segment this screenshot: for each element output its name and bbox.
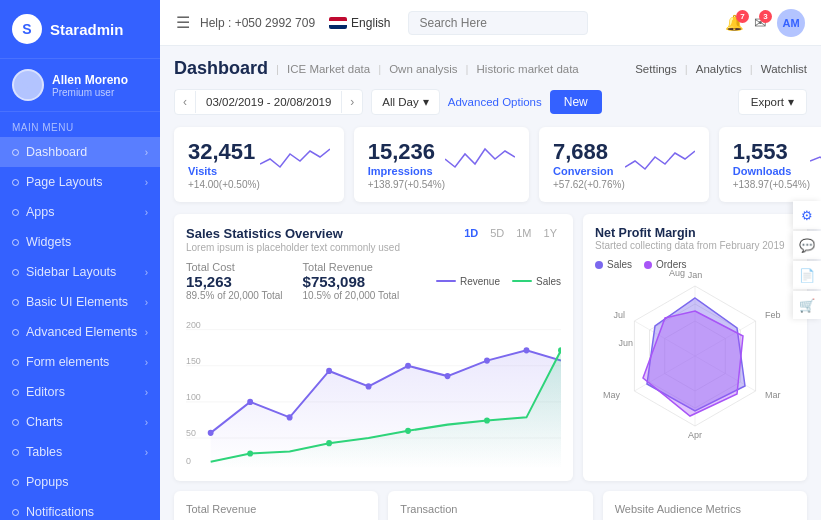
- dot-icon: [12, 179, 19, 186]
- messages-button[interactable]: ✉ 3: [754, 14, 767, 32]
- svg-text:Aug: Aug: [669, 268, 685, 278]
- period-1m[interactable]: 1M: [512, 226, 535, 240]
- avatar: [12, 69, 44, 101]
- period-1y[interactable]: 1Y: [540, 226, 561, 240]
- mini-chart-downloads: [810, 139, 821, 174]
- action-settings[interactable]: Settings: [635, 63, 677, 75]
- language-label: English: [351, 16, 390, 30]
- time-filter-dropdown[interactable]: All Day ▾: [371, 89, 439, 115]
- total-cost-label: Total Cost: [186, 261, 283, 273]
- chart-stats: Total Cost 15,263 89.5% of 20,000 Total …: [186, 261, 561, 301]
- sidebar-item-sidebar-layouts[interactable]: Sidebar Layouts ›: [0, 257, 160, 287]
- chat-side-button[interactable]: 💬: [793, 231, 821, 259]
- sidebar-item-notifications[interactable]: Notifications: [0, 497, 160, 520]
- sidebar-item-widgets[interactable]: Widgets: [0, 227, 160, 257]
- total-cost-pct: 89.5% of 20,000 Total: [186, 290, 283, 301]
- sales-dot: [512, 280, 532, 282]
- sidebar-item-apps[interactable]: Apps ›: [0, 197, 160, 227]
- new-button[interactable]: New: [550, 90, 602, 114]
- svg-text:May: May: [603, 390, 621, 400]
- svg-point-25: [484, 417, 490, 423]
- bc-label: Website Audience Metrics: [615, 503, 795, 515]
- filter-bar: ‹ 03/02/2019 - 20/08/2019 › All Day ▾ Ad…: [174, 89, 807, 115]
- sidebar-item-page-layouts[interactable]: Page Layouts ›: [0, 167, 160, 197]
- hamburger-icon[interactable]: ☰: [176, 13, 190, 32]
- dot-icon: [12, 359, 19, 366]
- sidebar-item-editors[interactable]: Editors ›: [0, 377, 160, 407]
- settings-side-button[interactable]: ⚙: [793, 201, 821, 229]
- line-chart: 200 150 100 50 0: [186, 309, 561, 469]
- action-watchlist[interactable]: Watchlist: [761, 63, 807, 75]
- chart-subtitle: Lorem ipsum is placeholder text commonly…: [186, 242, 400, 253]
- total-revenue-stat: Total Revenue $753,098 10.5% of 20,000 T…: [303, 261, 400, 301]
- period-5d[interactable]: 5D: [486, 226, 508, 240]
- svg-point-17: [405, 363, 411, 369]
- period-1d[interactable]: 1D: [460, 226, 482, 240]
- page-actions: Settings | Analytics | Watchlist: [635, 63, 807, 75]
- audience-metrics-card: Website Audience Metrics: [603, 491, 807, 520]
- total-cost-value: 15,263: [186, 273, 283, 290]
- stat-value: 1,553: [733, 139, 810, 165]
- mini-chart-impressions: [445, 139, 515, 174]
- chart-title: Sales Statistics Overview: [186, 226, 400, 241]
- svg-point-14: [287, 414, 293, 420]
- svg-point-24: [405, 428, 411, 434]
- radar-chart: Jan Feb Mar Apr May Jun Jul Aug: [595, 276, 795, 436]
- dot-icon: [12, 419, 19, 426]
- stat-label: Downloads: [733, 165, 810, 177]
- sidebar-item-form-elements[interactable]: Form elements ›: [0, 347, 160, 377]
- stat-change: +14.00(+0.50%): [188, 179, 260, 190]
- svg-point-20: [524, 347, 530, 353]
- transaction-card: Transaction -2.87%: [388, 491, 592, 520]
- svg-text:Mar: Mar: [765, 390, 781, 400]
- sidebar-menu: Dashboard › Page Layouts › Apps › Widget…: [0, 137, 160, 520]
- app-name: Staradmin: [50, 21, 123, 38]
- date-prev-button[interactable]: ‹: [175, 90, 195, 114]
- user-avatar-button[interactable]: AM: [777, 9, 805, 37]
- sidebar-item-charts[interactable]: Charts ›: [0, 407, 160, 437]
- sidebar-user: Allen Moreno Premium user: [0, 59, 160, 112]
- stat-change: +57.62(+0.76%): [553, 179, 625, 190]
- notifications-button[interactable]: 🔔 7: [725, 14, 744, 32]
- language-selector[interactable]: English: [329, 16, 390, 30]
- logo-icon: S: [12, 14, 42, 44]
- date-next-button[interactable]: ›: [342, 90, 362, 114]
- sidebar-item-popups[interactable]: Popups: [0, 467, 160, 497]
- dot-icon: [12, 299, 19, 306]
- bc-label: Total Revenue: [186, 503, 366, 515]
- action-analytics[interactable]: Analytics: [696, 63, 742, 75]
- nav-ice-market[interactable]: ICE Market data: [287, 63, 370, 75]
- cart-side-button[interactable]: 🛒: [793, 291, 821, 319]
- svg-text:100: 100: [186, 392, 201, 402]
- svg-point-23: [326, 440, 332, 446]
- export-button[interactable]: Export ▾: [738, 89, 807, 115]
- nav-historic[interactable]: Historic market data: [477, 63, 579, 75]
- doc-side-button[interactable]: 📄: [793, 261, 821, 289]
- svg-text:Jan: Jan: [688, 270, 703, 280]
- nav-own-analysis[interactable]: Own analysis: [389, 63, 457, 75]
- revenue-dot: [436, 280, 456, 282]
- chevron-down-icon: ▾: [788, 95, 794, 109]
- sidebar-item-tables[interactable]: Tables ›: [0, 437, 160, 467]
- topbar-right: 🔔 7 ✉ 3 AM: [725, 9, 805, 37]
- total-revenue-pct: 10.5% of 20,000 Total: [303, 290, 400, 301]
- svg-text:Apr: Apr: [688, 430, 702, 440]
- dot-icon: [12, 269, 19, 276]
- sales-chart-card: Sales Statistics Overview Lorem ipsum is…: [174, 214, 573, 481]
- net-profit-card: Net Profit Margin Started collecting dat…: [583, 214, 807, 481]
- topbar: ☰ Help : +050 2992 709 English 🔔 7 ✉ 3 A…: [160, 0, 821, 46]
- export-label: Export: [751, 96, 784, 108]
- sidebar-item-advanced-elements[interactable]: Advanced Elements ›: [0, 317, 160, 347]
- sidebar-item-dashboard[interactable]: Dashboard ›: [0, 137, 160, 167]
- svg-point-16: [366, 383, 372, 389]
- search-input[interactable]: [408, 11, 588, 35]
- svg-text:Feb: Feb: [765, 310, 781, 320]
- svg-text:Jun: Jun: [618, 338, 633, 348]
- dot-icon: [12, 479, 19, 486]
- advanced-options-link[interactable]: Advanced Options: [448, 96, 542, 108]
- notifications-badge: 7: [736, 10, 749, 23]
- legend-revenue: Revenue: [436, 276, 500, 287]
- bc-label: Transaction: [400, 503, 580, 515]
- stat-value: 15,236: [368, 139, 445, 165]
- sidebar-item-basic-ui[interactable]: Basic UI Elements ›: [0, 287, 160, 317]
